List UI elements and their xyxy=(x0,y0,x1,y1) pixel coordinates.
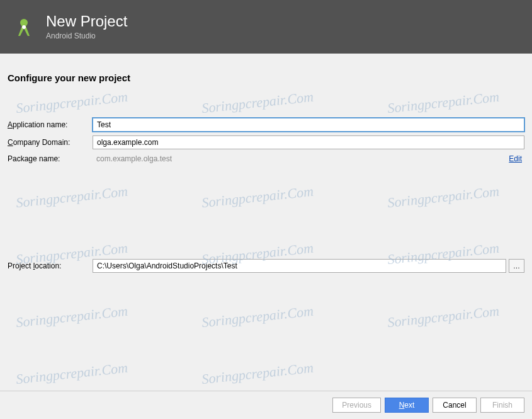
header: New Project Android Studio xyxy=(0,0,532,54)
watermark: Soringpcrepair.Com xyxy=(387,303,500,331)
watermark: Soringpcrepair.Com xyxy=(15,303,128,331)
header-title: New Project xyxy=(46,13,127,30)
project-location-input[interactable] xyxy=(93,259,506,273)
previous-button: Previous xyxy=(332,398,381,413)
header-text: New Project Android Studio xyxy=(46,13,127,40)
next-button[interactable]: Next xyxy=(385,398,429,413)
project-location-label: Project location: xyxy=(8,261,93,270)
android-studio-icon xyxy=(11,14,37,40)
application-name-label: Application name: xyxy=(8,120,93,129)
project-location-row: Project location: … xyxy=(8,259,524,273)
footer: Previous Next Cancel Finish xyxy=(0,391,532,419)
package-name-row: Package name: com.example.olga.test Edit xyxy=(8,153,524,164)
edit-package-link[interactable]: Edit xyxy=(509,154,522,163)
watermark: Soringpcrepair.Com xyxy=(201,360,314,387)
watermark: Soringpcrepair.Com xyxy=(15,360,128,387)
header-subtitle: Android Studio xyxy=(46,32,127,40)
section-title: Configure your new project xyxy=(8,72,524,83)
content-area: Configure your new project Application n… xyxy=(0,54,532,273)
browse-location-button[interactable]: … xyxy=(509,259,524,273)
application-name-row: Application name: xyxy=(8,118,524,132)
company-domain-input[interactable] xyxy=(93,135,524,149)
package-name-label: Package name: xyxy=(8,154,93,163)
package-name-value: com.example.olga.test xyxy=(93,153,504,164)
company-domain-label: Company Domain: xyxy=(8,138,93,147)
watermark: Soringpcrepair.Com xyxy=(201,303,314,331)
application-name-input[interactable] xyxy=(93,118,524,132)
company-domain-row: Company Domain: xyxy=(8,135,524,149)
finish-button: Finish xyxy=(480,398,524,413)
svg-point-1 xyxy=(22,25,26,29)
cancel-button[interactable]: Cancel xyxy=(433,398,477,413)
